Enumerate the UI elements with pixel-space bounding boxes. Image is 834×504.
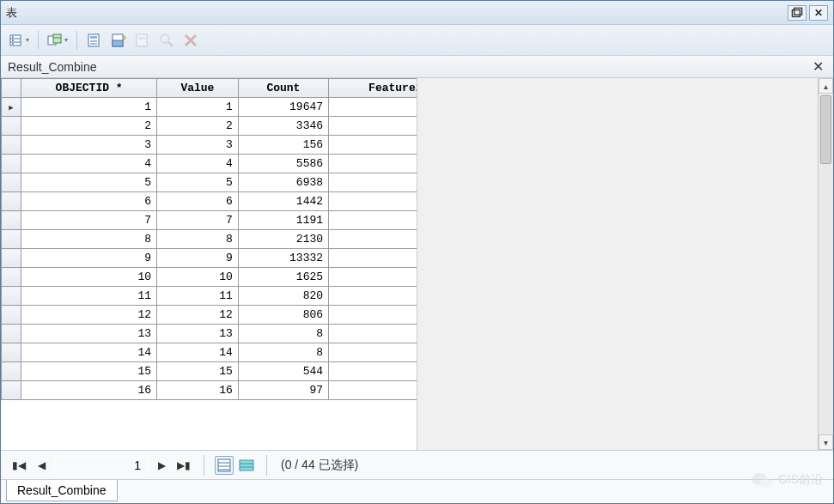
select-by-attributes-button[interactable] — [83, 29, 106, 52]
col-feature2000[interactable]: Feature2000 — [329, 79, 417, 98]
cell-count[interactable]: 1442 — [238, 192, 328, 211]
cell-feature2000[interactable]: 1 — [329, 362, 417, 381]
cell-feature2000[interactable]: 3 — [329, 173, 417, 192]
cell-objectid[interactable]: 9 — [21, 249, 157, 268]
col-count[interactable]: Count — [238, 79, 328, 98]
row-selector[interactable] — [2, 268, 21, 287]
cell-objectid[interactable]: 6 — [21, 192, 157, 211]
table-row[interactable]: 66144237 — [2, 192, 417, 211]
cell-value[interactable]: 1 — [157, 98, 239, 117]
cell-feature2000[interactable]: 3 — [329, 211, 417, 230]
cell-objectid[interactable]: 3 — [21, 136, 157, 155]
vertical-scrollbar[interactable]: ▴ ▾ — [818, 78, 833, 450]
cell-count[interactable]: 13332 — [238, 249, 328, 268]
row-selector[interactable] — [2, 155, 21, 173]
cell-value[interactable]: 6 — [157, 192, 239, 211]
cell-value[interactable]: 5 — [157, 173, 239, 192]
cell-objectid[interactable]: 10 — [21, 268, 157, 287]
row-selector[interactable] — [2, 173, 21, 192]
cell-feature2000[interactable]: 3 — [329, 192, 417, 211]
cell-feature2000[interactable]: 4 — [329, 287, 417, 306]
cell-count[interactable]: 1625 — [238, 268, 328, 287]
cell-count[interactable]: 820 — [238, 287, 328, 306]
table-row[interactable]: 121280643 — [2, 306, 417, 325]
cell-count[interactable]: 2130 — [238, 230, 328, 249]
cell-value[interactable]: 15 — [157, 362, 239, 381]
table-row[interactable]: 88213064 — [2, 230, 417, 249]
table-row[interactable]: 16169762 — [2, 381, 417, 400]
row-selector[interactable] — [2, 249, 21, 268]
cell-count[interactable]: 1191 — [238, 211, 328, 230]
cell-objectid[interactable]: 13 — [21, 325, 157, 343]
cell-count[interactable]: 6938 — [238, 173, 328, 192]
close-button[interactable]: ✕ — [809, 5, 828, 21]
related-tables-button[interactable]: ▾ — [45, 29, 70, 52]
cell-value[interactable]: 11 — [157, 287, 239, 306]
cell-value[interactable]: 8 — [157, 230, 239, 249]
cell-value[interactable]: 12 — [157, 306, 239, 325]
table-row[interactable]: 151554418 — [2, 362, 417, 381]
cell-feature2000[interactable]: 3 — [329, 155, 417, 173]
restore-button[interactable] — [788, 5, 807, 21]
cell-value[interactable]: 7 — [157, 211, 239, 230]
row-selector[interactable] — [2, 230, 21, 249]
cell-value[interactable]: 16 — [157, 381, 239, 400]
nav-last-button[interactable]: ▶▮ — [174, 456, 193, 475]
table-row[interactable]: 1010162567 — [2, 268, 417, 287]
cell-value[interactable]: 3 — [157, 136, 239, 155]
cell-objectid[interactable]: 14 — [21, 343, 157, 362]
tab-result-combine[interactable]: Result_Combine — [6, 480, 118, 501]
table-row[interactable]: 77119132 — [2, 211, 417, 230]
switch-selection-button[interactable] — [107, 29, 130, 52]
row-selector[interactable] — [2, 117, 21, 136]
row-selector[interactable] — [2, 211, 21, 230]
cell-objectid[interactable]: 16 — [21, 381, 157, 400]
cell-feature2000[interactable]: 4 — [329, 343, 417, 362]
cell-value[interactable]: 9 — [157, 249, 239, 268]
cell-objectid[interactable]: 7 — [21, 211, 157, 230]
show-selected-records-button[interactable] — [237, 456, 256, 475]
close-table-button[interactable]: ✕ — [809, 58, 826, 76]
cell-feature2000[interactable]: 3 — [329, 98, 417, 117]
zoom-to-selected-button[interactable] — [155, 29, 178, 52]
cell-count[interactable]: 544 — [238, 362, 328, 381]
cell-feature2000[interactable]: 6 — [329, 230, 417, 249]
row-selector[interactable] — [2, 98, 21, 117]
cell-count[interactable]: 8 — [238, 343, 328, 362]
cell-value[interactable]: 14 — [157, 343, 239, 362]
cell-count[interactable]: 19647 — [238, 98, 328, 117]
table-row[interactable]: 991333254 — [2, 249, 417, 268]
scroll-down-icon[interactable]: ▾ — [819, 434, 833, 450]
nav-next-button[interactable]: ▶ — [152, 456, 171, 475]
row-selector[interactable] — [2, 381, 21, 400]
cell-value[interactable]: 4 — [157, 155, 239, 173]
table-row[interactable]: 111182047 — [2, 287, 417, 306]
cell-feature2000[interactable]: 6 — [329, 268, 417, 287]
table-row[interactable]: 3315646 — [2, 136, 417, 155]
table-row[interactable]: 44558636 — [2, 155, 417, 173]
cell-feature2000[interactable]: 6 — [329, 381, 417, 400]
nav-prev-button[interactable]: ◀ — [32, 456, 51, 475]
row-selector[interactable] — [2, 287, 21, 306]
table-row[interactable]: 55693833 — [2, 173, 417, 192]
row-selector[interactable] — [2, 306, 21, 325]
cell-objectid[interactable]: 11 — [21, 287, 157, 306]
cell-objectid[interactable]: 4 — [21, 155, 157, 173]
cell-objectid[interactable]: 15 — [21, 362, 157, 381]
cell-objectid[interactable]: 8 — [21, 230, 157, 249]
row-selector[interactable] — [2, 325, 21, 343]
cell-feature2000[interactable]: 4 — [329, 136, 417, 155]
cell-value[interactable]: 10 — [157, 268, 239, 287]
table-options-button[interactable]: ▾ — [6, 29, 32, 52]
row-selector[interactable] — [2, 362, 21, 381]
row-selector-header[interactable] — [2, 79, 21, 98]
cell-count[interactable]: 97 — [238, 381, 328, 400]
cell-value[interactable]: 13 — [157, 325, 239, 343]
cell-objectid[interactable]: 2 — [21, 117, 157, 136]
table-row[interactable]: 111964734 — [2, 98, 417, 117]
cell-feature2000[interactable]: 4 — [329, 306, 417, 325]
record-number-input[interactable] — [54, 457, 149, 474]
cell-count[interactable]: 3346 — [238, 117, 328, 136]
row-selector[interactable] — [2, 343, 21, 362]
cell-feature2000[interactable]: 4 — [329, 117, 417, 136]
